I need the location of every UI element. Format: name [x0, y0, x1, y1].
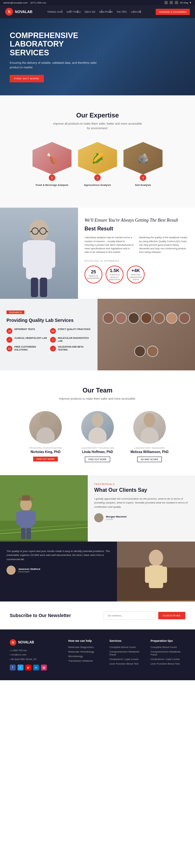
feature-hematology: ✓ CLINICAL HEMATOLOGY LAB	[6, 337, 47, 343]
petri-2	[115, 312, 127, 324]
footer-services-link-4[interactable]: Liver Function Blood Test	[110, 662, 144, 665]
nav-products[interactable]: SẢN PHẨM	[99, 10, 112, 13]
nav-services[interactable]: DỊCH VỤ	[84, 10, 95, 13]
member-2-btn[interactable]: FIND OUT MORE	[85, 457, 110, 462]
social-tw-icon[interactable]	[170, 1, 173, 4]
svg-rect-24	[31, 512, 36, 525]
best-result-content: We'll Ensure You're Always Getting The B…	[78, 208, 195, 299]
doctor-figure	[0, 208, 78, 299]
quality-title: Providing Quality Lab Services	[6, 317, 91, 323]
newsletter-section: Subscribe to Our Newsletter SUBSCRIBE	[0, 601, 195, 629]
feature-icon-5: 38	[6, 346, 12, 351]
footer-yt-icon[interactable]: ▶	[25, 664, 31, 671]
team-member-2: LABORATORY TECHNICIAN Linda Hoffman, PhD…	[75, 411, 120, 462]
team-section: Our Team Improve products to make them s…	[0, 370, 195, 475]
quality-features: 36 DIFFERENT TESTS 60 STRICT QUALITY PRA…	[6, 328, 91, 351]
footer-grid: N NOVALAB • 1-800-700-xxx • xxx@xxx.com …	[10, 639, 185, 671]
footer-social-row: f t ▶ in ◉	[10, 664, 62, 671]
footer-col-prep: Preparation tips Complete Blood Count Co…	[151, 639, 185, 671]
footer-help-link-3[interactable]: Microbiology	[68, 655, 103, 658]
member-3-btn[interactable]: AS MAP SCORE	[137, 457, 161, 462]
logo-icon: N	[5, 8, 13, 16]
schedule-button[interactable]: Schedule a consultation	[156, 9, 190, 15]
nav-news[interactable]: TIN TỨC	[116, 10, 127, 13]
author-1-role: Farmer	[106, 518, 126, 520]
svg-point-14	[88, 427, 107, 443]
result-col2-text: Mastering the quality of the analytical …	[139, 236, 189, 254]
expertise-section: Our Expertise Improve all products to ma…	[0, 95, 195, 208]
petri-4	[141, 312, 152, 324]
footer-services-link-3[interactable]: Cholesterol / Lipid Levels	[110, 658, 144, 661]
hex-soil-icon: 🔬	[140, 175, 146, 181]
feature-icon-1: 36	[6, 328, 12, 334]
footer-help-link-1[interactable]: Molecular Diagnostics	[68, 646, 103, 649]
feature-label-3: CLINICAL HEMATOLOGY LAB	[14, 337, 47, 339]
footer-li-icon[interactable]: in	[33, 664, 39, 671]
footer-fb-icon[interactable]: f	[10, 664, 15, 671]
doctor-image	[0, 208, 78, 299]
footer-help-link-2[interactable]: Molecular Hematology	[68, 650, 103, 653]
footer-email: • xxx@xxx.com	[10, 653, 62, 657]
member-3-name: Melissa Williamson, PhD	[127, 450, 172, 454]
footer-services-link-1[interactable]: Complete Blood Count	[110, 646, 144, 649]
svg-rect-2	[23, 242, 30, 268]
svg-rect-3	[48, 242, 55, 268]
nav-contact[interactable]: LIÊN HỆ	[131, 10, 141, 13]
social-fb-icon[interactable]	[164, 1, 168, 4]
hex-agro-icon: 🔬	[94, 175, 101, 181]
author-2-name: Jameson Stafford	[18, 567, 40, 570]
svg-point-15	[144, 413, 155, 427]
footer-help-link-4[interactable]: Transfusion Medicine	[68, 659, 103, 662]
footer-tw-icon[interactable]: t	[17, 664, 24, 671]
logo[interactable]: N NOVALAB	[5, 8, 33, 16]
testimonial-upper: TESTIMONIALS What Our Clients Say I grea…	[0, 475, 195, 541]
petri-1	[103, 312, 114, 324]
team-member-3: LABORATORY MANAGER Melissa Williamson, P…	[127, 411, 172, 462]
footer-prep-link-2[interactable]: Comprehensive Metabolic Panel	[151, 650, 185, 656]
avatar-3	[133, 411, 166, 443]
footer-services-link-2[interactable]: Comprehensive Metabolic Panel	[110, 650, 144, 656]
hex-agro-image: 🌽	[78, 142, 117, 175]
member-1-btn[interactable]: FIND OUT MORE	[33, 457, 58, 462]
feature-label-2: STRICT QUALITY PRACTICES	[58, 328, 90, 331]
petri-8	[134, 346, 146, 357]
footer-ig-icon[interactable]: ◉	[41, 664, 47, 671]
footer-prep-link-1[interactable]: Complete Blood Count	[151, 646, 185, 649]
nav-about[interactable]: GIỚI THIỆU	[67, 10, 81, 13]
footer-prep-link-3[interactable]: Cholesterol / Lipid Levels	[151, 658, 185, 661]
quality-section: Dedicated to Providing Quality Lab Servi…	[0, 299, 195, 370]
footer-col-services: Services Complete Blood Count Comprehens…	[110, 639, 144, 671]
social-yt-icon[interactable]	[175, 1, 178, 4]
newsletter-subscribe-button[interactable]: SUBSCRIBE	[158, 612, 185, 619]
hex-agro[interactable]: 🌽 🔬 Agroscience Analysis	[76, 142, 119, 186]
team-subtitle: Improve products to make them safer and …	[52, 397, 143, 401]
quality-content: Dedicated to Providing Quality Lab Servi…	[0, 299, 98, 370]
top-bar: admin@novalab.com (877) 555-xxx 05 May ▼	[0, 0, 195, 5]
hex-soil[interactable]: 🪨 🔬 Soil Analysis	[122, 142, 164, 186]
number-tests-desc: ANALYSIS LABORATORY TESTS	[127, 274, 144, 281]
number-experience-val: 25	[91, 269, 96, 274]
author-1-avatar	[94, 513, 103, 522]
number-clients-val: 1.5K	[110, 268, 120, 273]
member-3-role: LABORATORY MANAGER	[127, 447, 172, 449]
hex-food[interactable]: 🍗 🔬 Food & Beverage Analysis	[31, 142, 73, 186]
svg-rect-33	[145, 567, 150, 583]
svg-point-11	[40, 413, 51, 427]
petri-dishes	[98, 299, 195, 370]
best-result-heading: Best Result	[84, 226, 189, 232]
footer-address: • 60 East 65th Street, NY	[10, 657, 62, 662]
nav-home[interactable]: TRANG CHỦ	[47, 10, 63, 13]
newsletter-form: SUBSCRIBE	[104, 612, 185, 620]
result-col1-text: Laboratory analysis may be carried out f…	[84, 236, 134, 254]
navbar: N NOVALAB TRANG CHỦ GIỚI THIỆU DỊCH VỤ S…	[0, 5, 195, 18]
svg-rect-32	[149, 565, 163, 588]
numbers-label: NOVALAB IN NUMBERS	[84, 259, 189, 262]
team-title: Our Team	[10, 386, 185, 394]
footer-prep-link-4[interactable]: Liver Function Blood Test	[151, 662, 185, 665]
hero-content: COMPREHENSIVE LABORATORY SERVICES Ensuri…	[10, 31, 101, 82]
member-1-role: PRINCIPAL INVESTIGATOR	[23, 447, 68, 449]
author-2-role: Winemaker	[18, 570, 40, 573]
newsletter-input[interactable]	[104, 612, 156, 620]
hex-soil-image: 🪨	[123, 142, 162, 175]
find-out-more-button[interactable]: FIND OUT MORE	[10, 75, 44, 82]
